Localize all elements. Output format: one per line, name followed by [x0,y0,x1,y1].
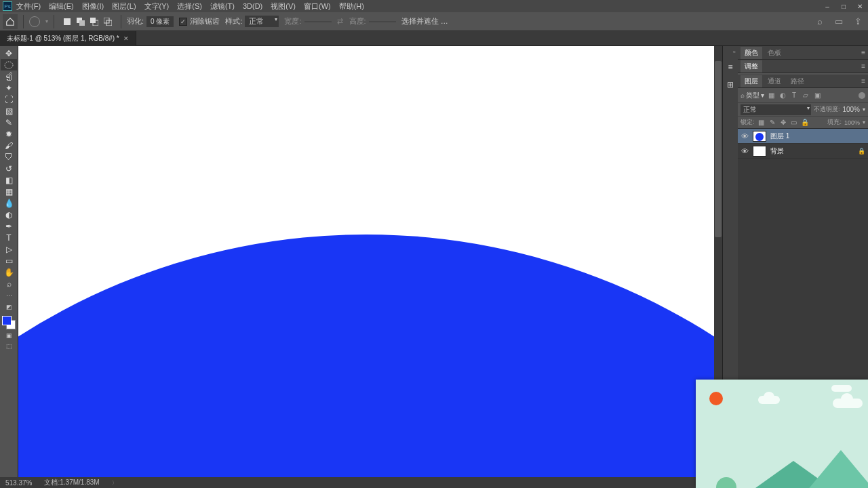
ellipse-marquee-tool[interactable] [1,59,17,70]
lock-brush-icon[interactable]: ✎ [768,119,776,127]
layer-name[interactable]: 背景 [770,146,784,156]
gradient-tool[interactable]: ▦ [1,186,17,197]
subtract-selection-icon[interactable] [90,17,99,26]
eraser-tool[interactable]: ◧ [1,174,17,186]
layer-row[interactable]: 👁背景🔒 [738,144,868,159]
intersect-selection-icon[interactable] [103,17,113,26]
status-arrow-icon[interactable]: 〉 [112,479,117,487]
color-swatches[interactable] [2,316,16,329]
adjustments-tab[interactable]: 调整 [741,60,762,73]
magic-wand-tool[interactable]: ✦ [1,82,17,94]
lock-all-icon[interactable]: 🔒 [801,119,809,127]
move-tool[interactable]: ✥ [1,47,17,59]
cloud-icon [831,385,852,392]
menu-item[interactable]: 编辑(E) [45,0,78,12]
healing-brush-tool[interactable]: ✹ [1,128,17,140]
clone-stamp-tool[interactable]: ⛉ [1,151,17,163]
frame-tool[interactable]: ▧ [1,105,17,117]
brush-tool[interactable]: 🖌 [1,140,17,151]
filter-shape-icon[interactable]: ▱ [801,91,810,100]
ellipse-marquee-icon[interactable] [29,16,40,27]
close-tab-icon[interactable]: ✕ [123,35,129,42]
filter-toggle[interactable] [859,92,865,99]
select-mask-button[interactable]: 选择并遮住 … [401,16,448,26]
menu-item[interactable]: 文件(F) [12,0,45,12]
layer-thumbnail[interactable] [753,131,766,142]
menu-item[interactable]: 文字(Y) [140,0,174,12]
fill-label: 填充: [827,118,842,127]
color-panel-header: 颜色 色板 ≡ [738,46,868,60]
channels-tab[interactable]: 通道 [764,75,785,87]
filter-smart-icon[interactable]: ▣ [812,91,822,100]
shape-tool[interactable]: ▭ [1,255,17,266]
paths-tab[interactable]: 路径 [787,75,808,87]
feather-label: 羽化: [127,16,144,26]
lock-trans-icon[interactable]: ▦ [757,119,766,127]
menu-item[interactable]: 选择(S) [173,0,206,12]
minimize-button[interactable]: – [819,0,835,12]
filter-pixel-icon[interactable]: ▦ [766,91,776,100]
menu-item[interactable]: 帮助(H) [335,0,368,12]
menu-item[interactable]: 滤镜(T) [206,0,239,12]
menu-item[interactable]: 视图(V) [267,0,300,12]
workspace-icon[interactable]: ▭ [833,16,845,28]
path-select-tool[interactable]: ▷ [1,243,17,255]
hand-tool[interactable]: ✋ [1,266,17,278]
screen-mode-icon[interactable]: ⬚ [3,342,14,351]
style-select[interactable]: 正常 [245,16,279,27]
layer-thumbnail[interactable] [753,146,766,157]
fill-value[interactable]: 100% [844,119,860,126]
maximize-button[interactable]: □ [835,0,852,12]
quick-mask-icon[interactable]: ▣ [3,331,14,340]
toolbox-more[interactable]: ⋯ [1,289,17,301]
menu-item[interactable]: 窗口(W) [300,0,335,12]
menu-item[interactable]: 图像(I) [78,0,108,12]
layer-name[interactable]: 图层 1 [770,131,789,141]
zoom-tool[interactable]: ⌕ [1,278,17,289]
visibility-toggle[interactable]: 👁 [741,147,749,155]
lock-pos-icon[interactable]: ✥ [779,119,787,127]
doc-info[interactable]: 文档:1.37M/1.83M [44,478,99,487]
type-tool[interactable]: T [1,232,17,243]
canvas[interactable] [18,46,714,477]
pen-tool[interactable]: ✒ [1,220,17,232]
layer-row[interactable]: 👁图层 1 [738,129,868,144]
default-colors-icon[interactable]: ◩ [3,302,14,312]
feather-input[interactable]: 0 像素 [146,16,174,27]
color-tab[interactable]: 颜色 [741,47,762,59]
new-selection-icon[interactable] [62,17,72,26]
properties-panel-icon[interactable]: ⊞ [725,79,736,90]
eyedropper-tool[interactable]: ✎ [1,117,17,128]
blend-mode-select[interactable]: 正常 [741,104,811,115]
panel-menu-icon[interactable]: ≡ [861,62,865,70]
history-brush-tool[interactable]: ↺ [1,163,17,174]
close-button[interactable]: ✕ [852,0,868,12]
lock-nest-icon[interactable]: ▭ [790,119,798,127]
swatches-tab[interactable]: 色板 [764,47,785,59]
document-tab[interactable]: 未标题-1 @ 513% (图层 1, RGB/8#) * ✕ [0,31,136,46]
dodge-tool[interactable]: ◐ [1,209,17,220]
home-button[interactable] [3,14,18,29]
filter-adjust-icon[interactable]: ◐ [778,91,787,100]
opacity-value[interactable]: 100% [842,106,860,113]
panel-menu-icon[interactable]: ≡ [861,77,865,85]
blur-tool[interactable]: 💧 [1,197,17,209]
history-panel-icon[interactable]: ≡ [725,62,736,73]
layers-tab[interactable]: 图层 [741,75,762,87]
panel-menu-icon[interactable]: ≡ [861,49,865,56]
share-icon[interactable]: ⇪ [852,16,864,28]
filter-type-icon[interactable]: T [789,91,799,100]
search-icon[interactable]: ⌕ [814,16,826,28]
filter-kind-select[interactable]: ⌕ 类型 ▾ [741,91,764,100]
lasso-tool[interactable]: ၍ [1,70,17,82]
visibility-toggle[interactable]: 👁 [741,132,749,140]
swap-wh-icon: ⇄ [334,16,347,28]
menu-item[interactable]: 图层(L) [108,0,140,12]
menu-item[interactable]: 3D(D) [239,0,267,12]
expand-panels-icon[interactable]: « [733,49,738,55]
crop-tool[interactable]: ⛶ [1,94,17,105]
zoom-level[interactable]: 513.37% [5,479,32,487]
add-selection-icon[interactable] [76,17,85,26]
antialias-checkbox[interactable]: ✓ [179,18,187,26]
chevron-down-icon[interactable]: ▾ [45,18,48,24]
